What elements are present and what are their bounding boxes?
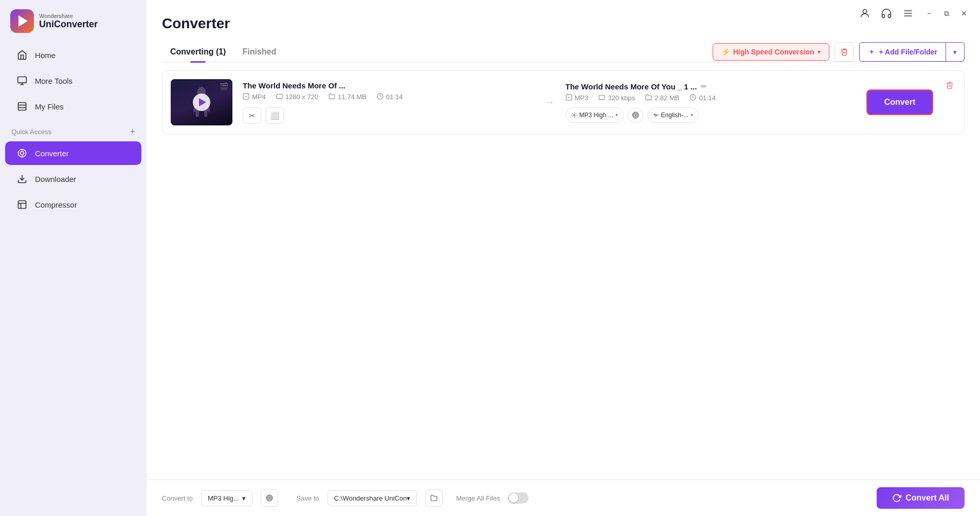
delete-card-button[interactable] (943, 79, 956, 94)
logo-name: UniConverter (39, 19, 98, 30)
svg-rect-0 (18, 77, 27, 83)
add-file-chevron-icon: ▾ (953, 48, 957, 56)
svg-point-28 (633, 113, 637, 117)
source-size: 11.74 MB (338, 93, 367, 101)
tabs-row: Converting (1) Finished ⚡ High Speed Con… (162, 42, 965, 62)
downloader-icon (16, 173, 28, 185)
tab-finished[interactable]: Finished (234, 42, 284, 62)
quality-icon (571, 112, 577, 118)
logo-area: Wondershare UniConverter (0, 0, 147, 42)
cut-button[interactable]: ✂ (243, 107, 261, 124)
output-duration: 01:14 (699, 94, 716, 102)
sidebar-item-downloader[interactable]: Downloader (5, 167, 141, 191)
sidebar: Wondershare UniConverter Home More Tools (0, 0, 147, 516)
quality-dropdown[interactable]: MP3 High ... ▾ (566, 107, 624, 123)
sidebar-item-compressor[interactable]: Compressor (5, 193, 141, 216)
titlebar: − ⧉ ✕ (848, 0, 980, 27)
quick-access-add-btn[interactable]: + (130, 126, 135, 137)
file-source-info: The World Needs More Of ... MP4 1280 x 7… (243, 81, 534, 124)
copy-button[interactable]: ⬜ (265, 107, 284, 124)
output-folder-icon (645, 94, 652, 102)
output-duration-item: 01:14 (689, 94, 716, 102)
file-output-info: The World Needs More Of You _ 1 ... ✏ MP… (566, 82, 857, 123)
content-area: Converter Converting (1) Finished ⚡ High… (147, 0, 980, 480)
logo-brand: Wondershare (39, 13, 98, 19)
logo-play-icon (19, 15, 28, 27)
minimize-button[interactable]: − (921, 6, 937, 21)
svg-point-7 (21, 152, 24, 155)
delete-card-icon (946, 81, 954, 89)
source-resolution: 1280 x 720 (285, 93, 318, 101)
save-path-value: C:\Wondershare UniCon▾ (334, 494, 410, 502)
format-settings-button[interactable] (261, 489, 278, 507)
converter-icon (16, 148, 28, 159)
source-format: MP4 (252, 93, 266, 101)
quick-access-label: Quick Access (11, 128, 51, 136)
edit-filename-icon[interactable]: ✏ (701, 82, 707, 90)
high-speed-button[interactable]: ⚡ High Speed Conversion ▾ (713, 43, 829, 61)
tab-divider (162, 62, 965, 62)
source-duration-item: 01:14 (377, 93, 403, 101)
sidebar-item-converter-label: Converter (35, 149, 69, 158)
convert-to-label: Convert to (162, 494, 193, 502)
sidebar-item-my-files-label: My Files (35, 102, 64, 111)
save-path-select[interactable]: C:\Wondershare UniCon▾ (328, 490, 417, 506)
language-dropdown[interactable]: English-... ▾ (647, 107, 699, 123)
file-card: 🎬 The World Needs More Of ... MP4 (162, 70, 965, 134)
output-bitrate: 320 kbps (608, 94, 635, 102)
svg-point-31 (267, 496, 271, 500)
sidebar-item-my-files[interactable]: My Files (5, 95, 141, 118)
output-settings: MP3 High ... ▾ Engli (566, 107, 857, 123)
folder-browse-button[interactable] (425, 489, 443, 507)
sidebar-item-home[interactable]: Home (5, 43, 141, 67)
output-filename: The World Needs More Of You _ 1 ... (566, 82, 697, 91)
window-controls: − ⧉ ✕ (921, 6, 972, 21)
convert-button[interactable]: Convert (866, 89, 933, 115)
delete-all-button[interactable] (834, 42, 854, 62)
svg-point-13 (863, 10, 866, 13)
support-button[interactable] (878, 5, 895, 22)
quality-label: MP3 High ... (579, 112, 613, 119)
play-button[interactable] (193, 94, 210, 111)
sidebar-item-home-label: Home (35, 51, 56, 60)
sidebar-item-compressor-label: Compressor (35, 200, 77, 209)
close-button[interactable]: ✕ (956, 6, 972, 21)
add-file-dropdown-button[interactable]: ▾ (946, 42, 965, 62)
convert-all-label: Convert All (905, 493, 949, 503)
svg-point-26 (573, 114, 575, 116)
convert-all-icon (892, 493, 901, 503)
source-filename: The World Needs More Of ... (243, 81, 534, 90)
sidebar-item-more-tools[interactable]: More Tools (5, 69, 141, 93)
convert-all-button[interactable]: Convert All (877, 487, 965, 509)
cut-icon: ✂ (249, 112, 255, 120)
clock-icon (377, 93, 384, 101)
merge-toggle[interactable] (508, 492, 529, 504)
add-file-button[interactable]: ＋ + Add File/Folder (859, 42, 946, 62)
svg-rect-3 (19, 103, 26, 110)
output-format: MP3 (575, 94, 589, 102)
target-icon (632, 112, 639, 119)
format-icon (243, 93, 249, 101)
output-clock-icon (689, 94, 696, 102)
format-chevron-icon: ▾ (242, 494, 246, 502)
source-format-item: MP4 (243, 93, 266, 101)
svg-point-29 (634, 114, 636, 115)
format-select[interactable]: MP3 Hig... ▾ (201, 490, 252, 506)
tab-converting[interactable]: Converting (1) (162, 42, 234, 62)
copy-icon: ⬜ (270, 112, 279, 120)
svg-rect-24 (599, 95, 605, 100)
target-settings-button[interactable] (628, 107, 643, 123)
quality-chevron-icon: ▾ (615, 112, 618, 118)
svg-rect-11 (19, 201, 26, 209)
profile-button[interactable] (857, 5, 873, 22)
film-icon: 🎬 (220, 82, 228, 90)
restore-button[interactable]: ⧉ (939, 6, 954, 21)
menu-button[interactable] (900, 5, 916, 22)
sidebar-item-converter[interactable]: Converter (5, 141, 141, 165)
folder-icon-bottom (430, 494, 438, 502)
file-thumbnail[interactable]: 🎬 (171, 79, 232, 125)
add-icon: ＋ (868, 47, 875, 57)
output-size: 2.82 MB (655, 94, 679, 102)
logo-text: Wondershare UniConverter (39, 13, 98, 30)
bitrate-icon (598, 94, 605, 102)
